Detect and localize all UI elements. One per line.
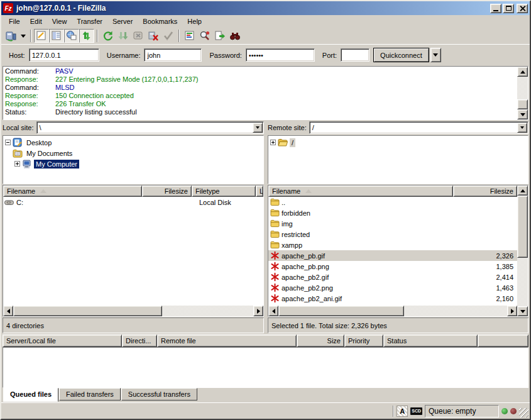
column-header-direction[interactable]: Directi... [122, 334, 157, 347]
scroll-right-button[interactable] [253, 306, 263, 316]
local-horizontal-scrollbar[interactable] [3, 306, 263, 316]
remote-vertical-scrollbar[interactable] [517, 185, 528, 316]
column-header-remote-file[interactable]: Remote file [157, 334, 297, 347]
remote-site-label: Remote site: [268, 124, 307, 131]
remote-file-row[interactable]: apache_pb2.gif2,414 [268, 272, 517, 282]
tab-failed-transfers[interactable]: Failed transfers [59, 388, 121, 401]
title-bar[interactable]: Fz john@127.0.0.1 - FileZilla [1, 1, 530, 15]
tab-successful-transfers[interactable]: Successful transfers [121, 388, 197, 401]
quickconnect-button[interactable]: Quickconnect [373, 48, 429, 62]
scroll-up-button[interactable] [517, 185, 528, 196]
local-file-row[interactable]: C: Local Disk [3, 197, 263, 207]
process-queue-button[interactable] [116, 29, 131, 43]
site-manager-button[interactable] [4, 29, 19, 43]
scroll-down-button[interactable] [517, 306, 528, 316]
toggle-remote-tree-button[interactable] [64, 29, 79, 43]
log-vertical-scrollbar[interactable] [517, 67, 528, 119]
speed-limit-icon[interactable]: SCD [410, 407, 422, 415]
queue-list[interactable] [3, 347, 528, 388]
tree-item-my-computer[interactable]: My Computer [3, 158, 263, 169]
scrollbar-track[interactable] [13, 306, 253, 316]
column-header-size[interactable]: Size [297, 334, 344, 347]
expander-plus[interactable] [270, 140, 276, 145]
resize-grip[interactable] [519, 408, 528, 417]
directory-listing-filters-button[interactable] [212, 29, 227, 43]
scrollbar-thumb[interactable] [278, 306, 404, 316]
column-header-status[interactable]: Status [383, 334, 478, 347]
file-search-button[interactable] [227, 29, 243, 43]
column-header-filesize[interactable]: Filesize [142, 185, 192, 197]
menu-transfer[interactable]: Transfer [72, 16, 107, 26]
menu-help[interactable]: Help [182, 16, 207, 26]
disconnect-icon [148, 30, 159, 41]
toggle-transfer-queue-button[interactable] [79, 29, 94, 43]
scroll-left-button[interactable] [3, 306, 13, 316]
menu-server[interactable]: Server [107, 16, 138, 26]
folder-icon [270, 229, 280, 240]
scroll-up-button[interactable] [517, 67, 528, 77]
reconnect-button[interactable] [161, 29, 176, 43]
file-name: apache_pb2.png [282, 284, 333, 292]
column-header-last-modified[interactable]: L [256, 185, 263, 197]
filezilla-window: Fz john@127.0.0.1 - FileZilla File Edit … [0, 0, 531, 420]
disconnect-button[interactable] [146, 29, 161, 43]
column-header-server-local-file[interactable]: Server/Local file [3, 334, 122, 347]
scrollbar-track[interactable] [517, 77, 528, 109]
column-header-filesize[interactable]: Filesize [453, 185, 517, 197]
remote-file-row[interactable]: apache_pb2.png1,463 [268, 282, 517, 293]
password-input[interactable] [246, 48, 315, 62]
scrollbar-thumb[interactable] [517, 196, 528, 258]
host-input[interactable] [29, 48, 99, 62]
cancel-operation-button[interactable] [131, 29, 146, 43]
maximize-button[interactable] [503, 4, 514, 13]
menu-bookmarks[interactable]: Bookmarks [138, 16, 182, 26]
remote-file-row-selected[interactable]: apache_pb.gif2,326 [268, 250, 517, 261]
column-header-priority[interactable]: Priority [344, 334, 383, 347]
tree-item-root[interactable]: / [268, 137, 528, 148]
remote-horizontal-scrollbar[interactable] [268, 306, 517, 316]
local-site-combobox[interactable]: \ [36, 121, 264, 134]
quickconnect-dropdown-button[interactable] [430, 48, 441, 62]
toggle-local-tree-button[interactable] [49, 29, 64, 43]
port-input[interactable] [341, 48, 370, 62]
site-manager-dropdown-button[interactable] [19, 29, 28, 43]
scrollbar-thumb[interactable] [517, 99, 528, 109]
local-list-header: Filename Filesize Filetype L [3, 185, 263, 197]
synchronized-browsing-button[interactable] [197, 29, 212, 43]
remote-file-row[interactable]: forbidden [268, 207, 517, 218]
scrollbar-track[interactable] [517, 196, 528, 306]
transfer-type-icon[interactable]: A [397, 406, 408, 417]
local-site-dropdown-button[interactable] [253, 123, 263, 133]
expander-plus[interactable] [14, 161, 20, 167]
scroll-down-button[interactable] [517, 109, 528, 119]
minimize-button[interactable] [490, 4, 501, 13]
tree-item-desktop[interactable]: Desktop [3, 137, 263, 148]
remote-site-dropdown-button[interactable] [517, 123, 527, 133]
recv-activity-led-icon [501, 408, 508, 414]
remote-file-row[interactable]: xampp [268, 240, 517, 250]
close-button[interactable] [517, 4, 528, 13]
tree-item-my-documents[interactable]: My Documents [3, 148, 263, 158]
menu-edit[interactable]: Edit [25, 16, 47, 26]
column-header-filename[interactable]: Filename [268, 185, 453, 197]
remote-file-row[interactable]: .. [268, 197, 517, 207]
refresh-button[interactable] [101, 29, 116, 43]
remote-file-row[interactable]: apache_pb2_ani.gif2,160 [268, 293, 517, 304]
directory-comparison-button[interactable] [182, 29, 197, 43]
remote-site-combobox[interactable]: / [309, 121, 528, 134]
scrollbar-track[interactable] [278, 306, 507, 316]
remote-file-row[interactable]: img [268, 218, 517, 229]
menu-file[interactable]: File [4, 16, 25, 26]
remote-file-row[interactable]: restricted [268, 229, 517, 240]
expander-minus[interactable] [5, 140, 11, 145]
tab-queued-files[interactable]: Queued files [3, 388, 58, 402]
column-header-filetype[interactable]: Filetype [192, 185, 256, 197]
toggle-message-log-button[interactable] [34, 29, 49, 43]
scroll-right-button[interactable] [507, 306, 517, 316]
remote-file-row[interactable]: apache_pb.png1,385 [268, 261, 517, 272]
column-header-filename[interactable]: Filename [3, 185, 142, 197]
scroll-left-button[interactable] [268, 306, 278, 316]
menu-view[interactable]: View [47, 16, 72, 26]
username-input[interactable] [144, 48, 202, 62]
scrollbar-thumb[interactable] [13, 306, 162, 316]
